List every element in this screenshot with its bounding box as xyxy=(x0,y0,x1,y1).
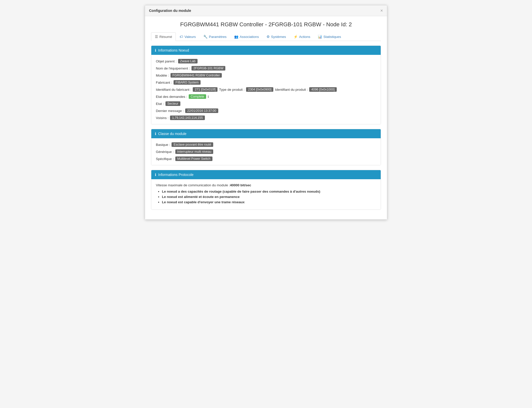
tab-associations[interactable]: 👥 Associations xyxy=(230,32,263,41)
vitesse-value: 40000 bit/sec xyxy=(230,183,251,187)
modele-label: Modèle : xyxy=(156,74,169,77)
close-button[interactable]: × xyxy=(380,8,383,13)
actions-icon: ⚡ xyxy=(294,35,298,39)
type-produit-label: Type de produit : xyxy=(219,88,245,92)
etat-demandes-label: Etat des demandes : xyxy=(156,95,187,99)
info-circle-icon: ℹ xyxy=(155,48,156,52)
info-circle-icon-2: ℹ xyxy=(155,132,156,136)
vitesse-text: Vitesse maximale de communication du mod… xyxy=(156,183,376,187)
row-voisins: Voisins : 1,79,142,143,114,155 xyxy=(156,116,376,120)
row-id-fabricant: Identifiant du fabricant : 271 [0x0x010f… xyxy=(156,87,376,92)
row-fabricant: Fabricant : FIBARO System xyxy=(156,80,376,85)
fabricant-label: Fabricant : xyxy=(156,81,172,84)
section-node-info: ℹ Informations Noeud Objet parent : Zwav… xyxy=(151,46,381,124)
type-produit-value: 2304 [0x0x0900] xyxy=(246,87,273,92)
voisins-value: 1,79,142,143,114,155 xyxy=(170,116,205,120)
etat-value: Secteur xyxy=(165,101,180,106)
tab-systemes-label: Systèmes xyxy=(271,35,286,39)
section-infos-protocole-body: Vitesse maximale de communication du mod… xyxy=(151,179,381,210)
tabs-container: ☰ Résumé 🏷 Valeurs 🔧 Paramètres 👥 Associ… xyxy=(151,32,381,41)
row-specifique: Spécifique : Multilevel Power Switch xyxy=(156,156,376,161)
info-help-icon[interactable]: ℹ xyxy=(208,95,209,99)
tab-actions[interactable]: ⚡ Actions xyxy=(290,32,314,41)
tab-associations-label: Associations xyxy=(240,35,259,39)
row-etat: Etat : Secteur xyxy=(156,101,376,106)
resume-icon: ☰ xyxy=(155,35,158,39)
etat-demandes-value: Complete xyxy=(189,94,206,99)
section-classe-module: ℹ Classe du module Basique : Esclave pou… xyxy=(151,129,381,165)
row-objet-parent: Objet parent : Zwave Lab xyxy=(156,59,376,63)
tab-resume[interactable]: ☰ Résumé xyxy=(151,32,176,41)
tab-valeurs[interactable]: 🏷 Valeurs xyxy=(176,32,200,41)
nom-equipement-value: 2FGRGB-101 RGBW xyxy=(191,66,226,71)
id-fabricant-label: Identifiant du fabricant : xyxy=(156,88,191,92)
row-basique: Basique : Esclave pouvant être routé xyxy=(156,142,376,147)
row-dernier-message: Dernier message : 22/01/2016 13:37:00 xyxy=(156,108,376,113)
objet-parent-value: Zwave Lab xyxy=(178,59,198,63)
basique-value: Esclave pouvant être routé xyxy=(172,142,213,147)
id-fabricant-value: 271 [0x0x010f] xyxy=(193,87,217,92)
modal-wrapper: Configuration du module × FGRGBWM441 RGB… xyxy=(145,5,387,220)
section-classe-module-body: Basique : Esclave pouvant être routé Gén… xyxy=(151,138,381,165)
id-produit-value: 4096 [0x0x1000] xyxy=(309,87,336,92)
section-classe-module-title: Classe du module xyxy=(158,132,186,136)
protocol-item-1: Le noeud est alimenté et écoute en perma… xyxy=(162,195,376,199)
modele-value: FGRGBWM441 RGBW Controller xyxy=(171,73,222,78)
vitesse-label: Vitesse maximale de communication du mod… xyxy=(156,183,230,187)
generique-value: Interrupteur multi niveau xyxy=(175,149,213,154)
basique-label: Basique : xyxy=(156,143,170,147)
tab-parametres[interactable]: 🔧 Paramètres xyxy=(200,32,230,41)
section-node-info-title: Informations Noeud xyxy=(158,48,189,52)
parametres-icon: 🔧 xyxy=(203,35,208,39)
dernier-message-label: Dernier message : xyxy=(156,109,184,113)
generique-label: Générique : xyxy=(156,150,174,154)
protocol-item-0: Le noeud a des capacités de routage (cap… xyxy=(162,190,376,193)
section-node-info-body: Objet parent : Zwave Lab Nom de l'équipe… xyxy=(151,55,381,124)
page-title: FGRGBWM441 RGBW Controller - 2FGRGB-101 … xyxy=(151,21,381,28)
row-generique: Générique : Interrupteur multi niveau xyxy=(156,149,376,154)
specifique-label: Spécifique : xyxy=(156,157,174,161)
specifique-value: Multilevel Power Switch xyxy=(175,156,212,161)
valeurs-icon: 🏷 xyxy=(180,35,183,39)
modal-header: Configuration du module × xyxy=(145,5,387,16)
section-infos-protocole-title: Informations Protocole xyxy=(158,173,194,177)
associations-icon: 👥 xyxy=(234,35,238,39)
etat-label: Etat : xyxy=(156,102,164,106)
row-etat-demandes: Etat des demandes : Complete ℹ xyxy=(156,94,376,99)
tab-parametres-label: Paramètres xyxy=(209,35,227,39)
protocol-item-2: Le noeud est capable d'envoyer une trame… xyxy=(162,200,376,204)
tab-resume-label: Résumé xyxy=(159,35,172,39)
protocol-list: Le noeud a des capacités de routage (cap… xyxy=(156,190,376,204)
section-classe-module-header: ℹ Classe du module xyxy=(151,129,381,138)
tab-valeurs-label: Valeurs xyxy=(184,35,196,39)
statistiques-icon: 📊 xyxy=(318,35,322,39)
fabricant-value: FIBARO System xyxy=(174,80,201,85)
tab-actions-label: Actions xyxy=(299,35,310,39)
modal-title: Configuration du module xyxy=(149,9,191,13)
row-nom-equipement: Nom de l'équipement : 2FGRGB-101 RGBW xyxy=(156,66,376,71)
section-infos-protocole: ℹ Informations Protocole Vitesse maximal… xyxy=(151,170,381,210)
nom-equipement-label: Nom de l'équipement : xyxy=(156,66,190,70)
modal-body: FGRGBWM441 RGBW Controller - 2FGRGB-101 … xyxy=(145,16,387,219)
dernier-message-value: 22/01/2016 13:37:00 xyxy=(185,108,218,113)
systemes-icon: ⚙ xyxy=(267,35,270,39)
section-node-info-header: ℹ Informations Noeud xyxy=(151,46,381,55)
info-circle-icon-3: ℹ xyxy=(155,173,156,177)
id-produit-label: Identifiant du produit : xyxy=(275,88,308,92)
tab-statistiques[interactable]: 📊 Statistiques xyxy=(314,32,345,41)
row-modele: Modèle : FGRGBWM441 RGBW Controller xyxy=(156,73,376,78)
section-infos-protocole-header: ℹ Informations Protocole xyxy=(151,170,381,179)
tab-statistiques-label: Statistiques xyxy=(323,35,341,39)
objet-parent-label: Objet parent : xyxy=(156,59,177,63)
tab-systemes[interactable]: ⚙ Systèmes xyxy=(263,32,290,41)
voisins-label: Voisins : xyxy=(156,116,168,120)
